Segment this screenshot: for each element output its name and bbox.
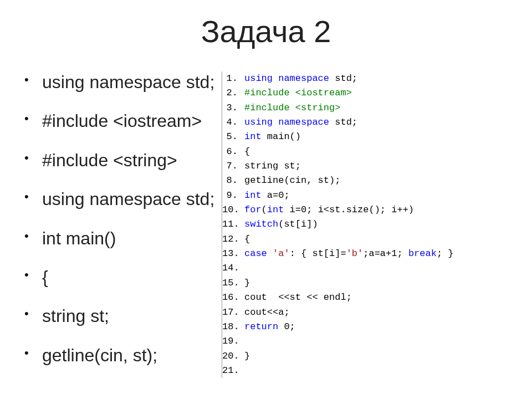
code-line: 4using namespace std; [222,115,510,130]
code-text: case 'a': { st[i]='b';a=a+1; break; } [241,247,454,261]
code-line: 12{ [222,232,510,247]
slide-content: using namespace std;#include <iostream>#… [22,71,510,383]
code-line: 11switch(st[i]) [222,217,510,232]
bullet-list: using namespace std;#include <iostream>#… [22,71,222,366]
line-number: 8 [222,173,241,188]
line-number: 4 [222,115,241,130]
line-number: 21 [222,364,241,378]
code-text: cout <<st << endl; [241,290,352,305]
code-line: 20} [222,349,510,364]
code-line: 6{ [222,145,510,159]
code-line: 13case 'a': { st[i]='b';a=a+1; break; } [222,247,510,261]
code-text [241,364,244,378]
code-text: getline(cin, st); [241,173,340,188]
bullet-item: using namespace std; [22,71,222,93]
code-line: 15} [222,276,510,290]
code-text: #include <iostream> [241,86,352,100]
line-number: 10 [222,203,241,217]
bullet-column: using namespace std;#include <iostream>#… [22,71,222,383]
code-line: 21 [222,364,510,378]
line-number: 13 [222,247,241,261]
slide-title: Задача 2 [22,13,510,49]
code-text: return 0; [241,320,295,334]
code-text: } [241,349,250,364]
line-number: 17 [222,305,241,320]
code-text: } [241,276,250,290]
code-line: 16cout <<st << endl; [222,290,510,305]
line-number: 16 [222,290,241,305]
code-text [241,261,244,275]
bullet-item: int main() [22,228,222,249]
code-line: 14 [222,261,510,275]
line-number: 19 [222,334,241,349]
code-text: for(int i=0; i<st.size(); i++) [241,203,414,217]
code-line: 18return 0; [222,320,510,334]
code-block: 1using namespace std;2#include <iostream… [222,71,510,378]
line-number: 5 [222,130,241,144]
code-line: 7string st; [222,159,510,173]
code-text: string st; [241,159,301,173]
code-line: 3#include <string> [222,101,510,115]
code-line: 10for(int i=0; i<st.size(); i++) [222,203,510,217]
code-text: using namespace std; [241,71,357,86]
code-text: { [241,232,250,247]
line-number: 3 [222,101,241,115]
line-number: 15 [222,276,241,290]
line-number: 18 [222,320,241,334]
bullet-item: getline(cin, st); [22,345,222,366]
code-line: 19 [222,334,510,349]
bullet-item: using namespace std; [22,188,222,209]
line-number: 20 [222,349,241,364]
line-number: 6 [222,145,241,159]
line-number: 14 [222,261,241,275]
code-text: using namespace std; [241,115,357,130]
code-text: int main() [241,130,301,144]
bullet-item: #include <string> [22,150,222,171]
code-line: 8getline(cin, st); [222,173,510,188]
code-text: #include <string> [241,101,340,115]
slide: Задача 2 using namespace std;#include <i… [0,0,532,399]
code-column: 1using namespace std;2#include <iostream… [222,71,510,378]
code-text [241,334,244,349]
code-line: 17cout<<a; [222,305,510,320]
code-text: cout<<a; [241,305,290,320]
code-line: 1using namespace std; [222,71,510,86]
bullet-item: string st; [22,305,222,326]
bullet-item: #include <iostream> [22,110,222,131]
line-number: 11 [222,217,241,232]
bullet-item: { [22,267,222,288]
code-line: 2#include <iostream> [222,86,510,100]
code-line: 5int main() [222,130,510,144]
code-line: 9int a=0; [222,188,510,203]
code-text: { [241,145,250,159]
line-number: 12 [222,232,241,247]
code-text: switch(st[i]) [241,217,318,232]
line-number: 9 [222,188,241,203]
line-number: 2 [222,86,241,100]
line-number: 1 [222,71,241,86]
code-text: int a=0; [241,188,290,203]
line-number: 7 [222,159,241,173]
